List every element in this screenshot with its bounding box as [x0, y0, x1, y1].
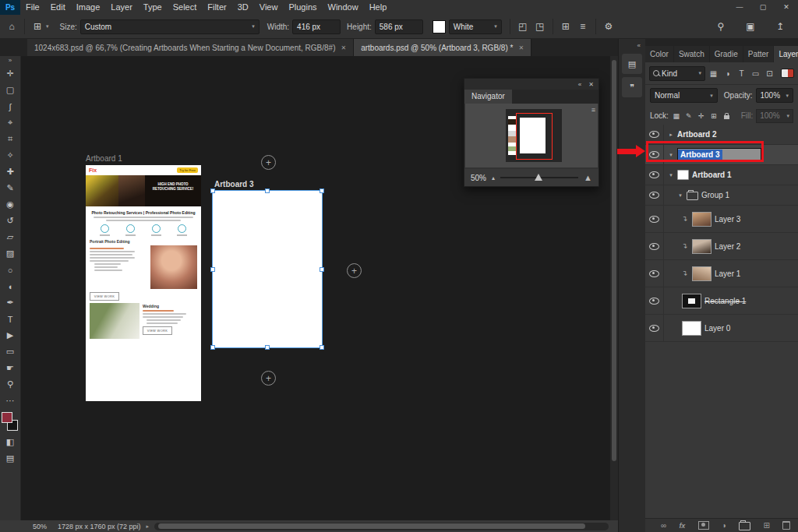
background-color-select[interactable]: White ▾ — [449, 19, 502, 34]
menu-file[interactable]: File — [20, 0, 45, 15]
layer-row-layer-1[interactable]: ↴ Layer 1 — [645, 260, 798, 287]
filter-kind-select[interactable]: Kind ▾ — [649, 66, 705, 81]
clone-stamp-tool[interactable]: ◉ — [0, 196, 21, 213]
visibility-toggle[interactable] — [645, 233, 664, 259]
resize-handle[interactable] — [265, 188, 270, 193]
horizontal-scrollbar[interactable] — [154, 523, 609, 530]
layer-thumbnail[interactable] — [692, 239, 711, 254]
filter-pixel-layers-icon[interactable]: ▦ — [708, 69, 719, 78]
marquee-tool[interactable]: ▢ — [0, 82, 21, 98]
eyedropper-tool[interactable]: ✧ — [0, 147, 21, 164]
new-layer-icon[interactable]: ⊞ — [763, 521, 769, 530]
width-input[interactable]: 416 px — [292, 19, 341, 34]
background-color-swatch[interactable] — [433, 20, 446, 33]
add-artboard-icon[interactable]: ⊞ — [557, 21, 574, 32]
move-tool[interactable]: ✛ — [0, 65, 21, 82]
visibility-toggle[interactable] — [645, 185, 664, 205]
add-artboard-bottom-button[interactable]: + — [261, 371, 276, 386]
zoom-tool[interactable]: ⚲ — [0, 376, 21, 393]
layer-filtering-toggle[interactable] — [781, 69, 794, 78]
opacity-field[interactable]: 100% ▾ — [756, 88, 794, 103]
gradient-tool[interactable]: ▨ — [0, 245, 21, 262]
artboard-1[interactable]: Fix Try for Free HIGH END PHOTO RETOUCHI… — [86, 165, 201, 401]
zoom-out-icon[interactable]: ▴ — [492, 174, 495, 181]
chevron-down-icon[interactable]: ▾ — [677, 192, 683, 199]
resize-handle[interactable] — [320, 188, 324, 193]
tab-gradients[interactable]: Gradie — [710, 46, 743, 62]
canvas-area[interactable]: Artboard 1 Fix Try for Free HIGH END PHO… — [22, 56, 610, 520]
pen-tool[interactable]: ✒ — [0, 294, 21, 311]
artboard-3[interactable] — [212, 190, 323, 348]
menu-filter[interactable]: Filter — [202, 0, 231, 15]
vertical-scrollbar-thumb[interactable] — [612, 60, 616, 461]
status-chevron-icon[interactable]: ▸ — [147, 523, 150, 530]
tab-swatches[interactable]: Swatch — [674, 46, 710, 62]
panel-close-icon[interactable]: ✕ — [588, 81, 594, 88]
link-layers-icon[interactable]: ∞ — [661, 521, 666, 530]
new-group-icon[interactable] — [739, 522, 750, 530]
close-tab-icon[interactable]: ✕ — [518, 44, 524, 51]
add-artboard-right-button[interactable]: + — [347, 263, 362, 278]
layer-row-layer-2[interactable]: ↴ Layer 2 — [645, 233, 798, 260]
chevron-right-icon[interactable]: ▸ — [668, 132, 674, 138]
brush-tool[interactable]: ✎ — [0, 180, 21, 196]
close-icon[interactable]: ✕ — [775, 0, 798, 15]
maximize-icon[interactable]: ▢ — [751, 0, 775, 15]
expand-panels-icon[interactable]: « — [619, 39, 645, 51]
hand-tool[interactable]: ☛ — [0, 360, 21, 376]
adjustment-layer-icon[interactable]: ◑ — [722, 521, 726, 530]
zoom-slider-thumb[interactable] — [535, 174, 542, 181]
screen-mode-tool[interactable]: ▤ — [0, 450, 21, 467]
layer-name[interactable]: Layer 0 — [704, 324, 730, 333]
home-icon[interactable]: ⌂ — [3, 21, 20, 32]
fill-field[interactable]: 100% ▾ — [756, 109, 793, 123]
menu-plugins[interactable]: Plugins — [283, 0, 322, 15]
filter-shape-layers-icon[interactable]: ▭ — [750, 69, 761, 78]
layer-style-fx-icon[interactable]: fx — [679, 522, 685, 530]
resize-handle[interactable] — [320, 345, 324, 350]
document-tab-1[interactable]: 798x532.psd @ 66,7% (Creating Artboards… — [27, 39, 354, 56]
close-tab-icon[interactable]: ✕ — [341, 44, 346, 51]
visibility-toggle[interactable] — [645, 260, 664, 287]
crop-tool[interactable]: ⌗ — [0, 131, 21, 147]
chevron-down-icon[interactable]: ▾ — [668, 172, 674, 178]
layer-row-artboard-1[interactable]: ▾ Artboard 1 — [645, 165, 798, 185]
quick-mask-tool[interactable]: ◧ — [0, 434, 21, 450]
type-tool[interactable]: T — [0, 311, 21, 327]
navigator-preview[interactable] — [465, 104, 598, 167]
resize-handle[interactable] — [210, 267, 215, 272]
menu-select[interactable]: Select — [168, 0, 203, 15]
layer-row-layer-3[interactable]: ↴ Layer 3 — [645, 206, 798, 233]
visibility-toggle[interactable] — [645, 287, 664, 314]
filter-type-layers-icon[interactable]: T — [736, 69, 747, 78]
dodge-tool[interactable]: ◖ — [0, 278, 21, 294]
artboard3-label[interactable]: Artboard 3 — [214, 180, 254, 188]
toolbar-collapse-icon[interactable]: » — [0, 56, 20, 65]
layer-thumbnail[interactable] — [682, 294, 701, 308]
panel-menu-icon[interactable]: ≡ — [591, 106, 595, 114]
history-brush-tool[interactable]: ↺ — [0, 213, 21, 229]
comments-panel-icon[interactable]: ❞ — [622, 77, 642, 97]
tab-patterns[interactable]: Patter — [743, 46, 775, 62]
add-layer-mask-icon[interactable] — [698, 521, 709, 530]
layer-name[interactable]: Rectangle 1 — [704, 297, 746, 305]
menu-edit[interactable]: Edit — [45, 0, 71, 15]
path-selection-tool[interactable]: ▶ — [0, 327, 21, 344]
crop-preview-icon[interactable]: ◳ — [531, 21, 549, 32]
tool-preset-dropdown-icon[interactable]: ▾ — [46, 23, 49, 30]
menu-window[interactable]: Window — [323, 0, 364, 15]
menu-layer[interactable]: Layer — [105, 0, 138, 15]
zoom-in-icon[interactable]: ▲ — [584, 173, 592, 182]
layer-name[interactable]: Layer 1 — [715, 270, 740, 278]
resize-handle[interactable] — [210, 188, 215, 193]
artboard-tool-icon[interactable]: ⊞ — [29, 21, 46, 32]
workspace-switcher-icon[interactable]: ▣ — [742, 21, 759, 32]
layer-row-artboard-2[interactable]: ▸ Artboard 2 — [645, 125, 798, 145]
layer-row-artboard-3[interactable]: ▾ Artboard 3 — [645, 145, 798, 165]
blur-tool[interactable]: ○ — [0, 262, 21, 278]
align-icon[interactable]: ≡ — [574, 21, 591, 32]
resize-handle[interactable] — [265, 345, 270, 350]
delete-layer-icon[interactable] — [782, 521, 790, 530]
resize-handle[interactable] — [210, 345, 215, 350]
layer-name[interactable]: Group 1 — [701, 191, 729, 199]
